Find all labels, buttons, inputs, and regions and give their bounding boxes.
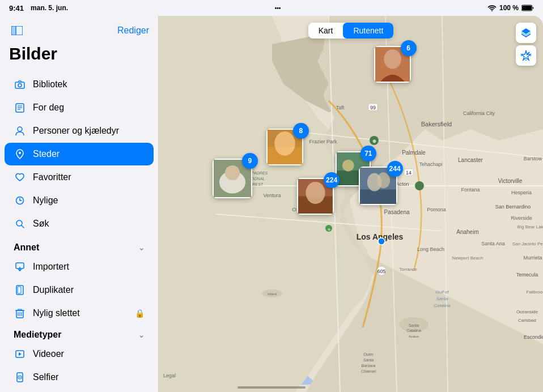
svg-text:Outer: Outer	[363, 352, 374, 356]
svg-text:Riverside: Riverside	[511, 215, 532, 221]
svg-text:605: 605	[377, 269, 385, 274]
map-toggle-rutenett[interactable]: Rutenett	[343, 23, 393, 39]
svg-text:Santa Ana: Santa Ana	[481, 241, 505, 246]
svg-point-126	[306, 181, 325, 203]
svg-point-7	[18, 84, 22, 87]
icon-favoritter	[14, 171, 26, 184]
label-sok: Søk	[33, 219, 145, 229]
sidebar-item-steder[interactable]: Steder	[5, 143, 154, 165]
map-container: ⊕ Los Angeles Bakersfield California Cit…	[159, 16, 543, 392]
app-container: Rediger Bilder Bibliotek For deg Persone…	[0, 16, 543, 392]
svg-point-32	[19, 377, 20, 378]
svg-point-12	[18, 127, 22, 131]
svg-text:Palmdale: Palmdale	[402, 150, 426, 156]
svg-point-13	[19, 152, 21, 154]
map-location-button[interactable]	[516, 45, 536, 66]
svg-rect-121	[360, 189, 396, 204]
main-nav-section: Bibliotek For deg Personer og kjæledyr S…	[0, 70, 158, 238]
svg-text:Santa: Santa	[409, 323, 419, 327]
svg-text:⊕: ⊕	[328, 228, 330, 231]
cluster-count-c5: 244	[387, 161, 403, 177]
map-toggle-group: KartRutenett	[308, 23, 394, 39]
sidebar-item-nylige[interactable]: Nylige	[5, 189, 154, 212]
svg-point-123	[377, 172, 390, 188]
photo-cluster-c5[interactable]: 244	[359, 167, 397, 205]
cluster-count-c6: 224	[324, 172, 340, 188]
svg-text:Taft: Taft	[336, 105, 345, 110]
label-importert: Importert	[33, 262, 145, 272]
sidebar-header: Rediger	[0, 16, 158, 42]
svg-text:Fallbrook: Fallbrook	[527, 289, 543, 295]
sidebar-item-videoer[interactable]: Videoer	[5, 343, 154, 365]
svg-marker-29	[19, 352, 22, 356]
cluster-count-c4: 71	[360, 146, 376, 161]
icon-nylig-slettet	[14, 307, 26, 319]
sidebar-item-importert[interactable]: Importert	[5, 255, 154, 278]
section-header-annet[interactable]: Annet ⌄	[0, 238, 158, 255]
edit-button[interactable]: Rediger	[117, 25, 149, 36]
section-title: Annet	[14, 242, 39, 253]
svg-text:Victorville: Victorville	[498, 178, 523, 184]
svg-text:Catalina: Catalina	[406, 329, 421, 333]
sidebar-item-sok[interactable]: Søk	[5, 212, 154, 235]
chevron-icon: ⌄	[138, 244, 145, 252]
photo-cluster-c3[interactable]: 6	[374, 46, 411, 83]
svg-rect-2	[522, 6, 532, 10]
app-title: Bilder	[0, 42, 158, 70]
svg-text:Barbara: Barbara	[362, 364, 376, 368]
map-controls	[516, 23, 536, 66]
svg-point-51	[415, 181, 424, 190]
icon-sok	[14, 218, 26, 230]
photo-cluster-c2[interactable]: 8	[266, 129, 303, 165]
icon-bibliotek	[14, 78, 26, 91]
sidebar-item-nylig-slettet[interactable]: Nylig slettet 🔒	[5, 302, 154, 325]
sidebar-item-duplikater[interactable]: Duplikater	[5, 279, 154, 301]
sidebar-item-favoritter[interactable]: Favoritter	[5, 166, 154, 189]
lock-icon: 🔒	[135, 309, 145, 318]
sidebar-item-personer[interactable]: Personer og kjæledyr	[5, 120, 154, 142]
svg-text:San Jacinto Peak: San Jacinto Peak	[512, 241, 543, 246]
svg-text:⊕: ⊕	[372, 139, 376, 144]
svg-point-114	[274, 131, 295, 156]
svg-text:Gulf of: Gulf of	[435, 289, 449, 295]
svg-rect-6	[15, 82, 24, 88]
sidebar-item-bibliotek[interactable]: Bibliotek	[5, 73, 154, 96]
svg-text:Catalina: Catalina	[434, 303, 451, 308]
svg-text:Long Beach: Long Beach	[417, 246, 444, 252]
map-layers-button[interactable]	[516, 23, 536, 43]
chevron-icon: ⌄	[138, 331, 145, 339]
map-toggle-kart[interactable]: Kart	[308, 23, 343, 39]
icon-videoer	[14, 348, 26, 360]
svg-text:Murrieta: Murrieta	[523, 255, 542, 261]
section-header-medietyper[interactable]: Medietyper ⌄	[0, 325, 158, 342]
svg-text:Acton: Acton	[396, 181, 409, 187]
label-bibliotek: Bibliotek	[33, 79, 145, 90]
battery-level: 100 %	[499, 4, 519, 12]
sidebar-toggle-icon[interactable]	[9, 23, 25, 39]
svg-rect-22	[18, 287, 21, 293]
svg-text:Big Bear Lake: Big Bear Lake	[517, 224, 543, 229]
label-for-deg: For deg	[33, 103, 145, 113]
svg-point-0	[491, 10, 493, 11]
status-date: man. 5. jun.	[31, 4, 68, 12]
svg-text:Fontana: Fontana	[461, 187, 480, 193]
sidebar-item-live-photos[interactable]: Live Photos	[5, 389, 154, 392]
svg-text:14: 14	[406, 170, 412, 176]
svg-text:Hesperia: Hesperia	[511, 190, 532, 195]
svg-text:Ventura: Ventura	[263, 193, 281, 198]
svg-text:Tehachapi: Tehachapi	[419, 161, 442, 167]
icon-for-deg	[14, 101, 26, 114]
svg-text:Island: Island	[268, 292, 277, 296]
svg-text:Santa: Santa	[363, 358, 374, 362]
sidebar-item-selfier[interactable]: Selfier	[5, 366, 154, 389]
icon-personer	[14, 125, 26, 137]
photo-cluster-c6[interactable]: 224	[297, 178, 334, 215]
icon-selfier	[14, 371, 26, 384]
status-right: 100 %	[487, 4, 534, 12]
label-selfier: Selfier	[33, 372, 145, 382]
photo-cluster-c1[interactable]: 9	[213, 159, 252, 198]
status-time: 9:41	[9, 4, 24, 12]
svg-text:Oceanside: Oceanside	[516, 309, 538, 314]
label-videoer: Videoer	[33, 349, 145, 359]
sidebar-item-for-deg[interactable]: For deg	[5, 96, 154, 119]
